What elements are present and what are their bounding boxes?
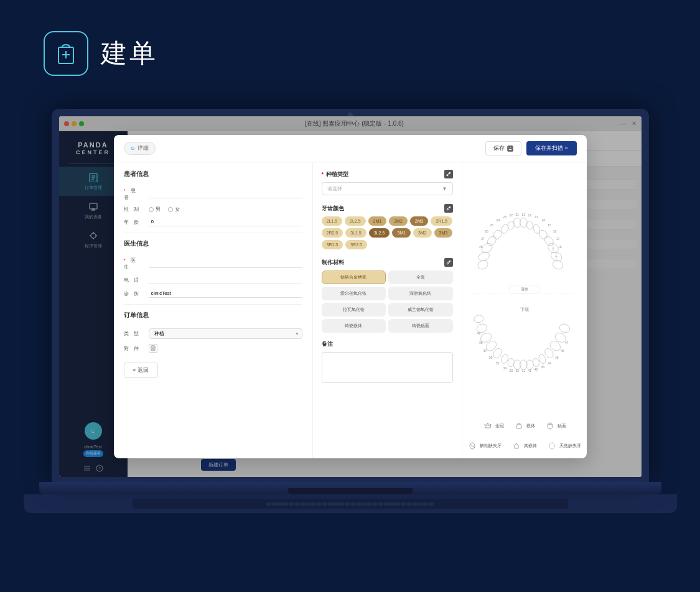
svg-text:44: 44 (548, 361, 551, 365)
color-chip-2M2[interactable]: 2M2 (389, 216, 408, 226)
svg-text:33: 33 (509, 369, 513, 372)
mini-key (278, 502, 282, 506)
clinic-input[interactable] (149, 289, 302, 298)
age-input[interactable] (149, 218, 302, 226)
color-chip-3R1.5[interactable]: 3R1.5 (322, 240, 343, 249)
doctor-name-row: 医 生 (124, 257, 302, 271)
gender-female-radio[interactable]: 女 (168, 206, 180, 213)
save-scan-button[interactable]: 保存并扫描 » (526, 141, 577, 155)
color-chip-3M2[interactable]: 3M2 (413, 228, 432, 238)
notes-label: 备注 (322, 340, 453, 348)
doctor-label: 医 生 (124, 257, 146, 271)
svg-point-90 (558, 323, 571, 334)
color-chip-2R2.5[interactable]: 2R2.5 (322, 228, 343, 238)
implant-type-dropdown[interactable]: 请选择 ▼ (322, 182, 453, 195)
implant-type-section: * 种植类型 (322, 170, 453, 195)
material-edit-icon[interactable] (444, 258, 453, 267)
lower-jaw-label: 下颌 (520, 307, 529, 312)
svg-point-42 (531, 223, 541, 234)
color-chip-3M3[interactable]: 3M3 (434, 228, 453, 238)
material-chip-grid: 钴铬合金烤瓷 全瓷 爱尔创氧化锆 深唐氧化锆 拉瓦氧化锆 威兰德氧化锆 铸瓷嵌体… (322, 271, 453, 333)
svg-point-44 (543, 234, 555, 247)
patient-name-row: 患 者 (124, 187, 302, 201)
full-crown-label: 全冠 (495, 423, 504, 429)
material-chip-cast-porcelain[interactable]: 铸瓷嵌体 (322, 319, 386, 333)
order-type-dropdown[interactable]: 种植 ▼ (149, 328, 302, 339)
mini-key (272, 502, 277, 506)
svg-text:14: 14 (541, 218, 545, 222)
color-edit-icon[interactable] (444, 204, 453, 213)
section-divider-1 (124, 233, 302, 233)
doctor-input[interactable] (149, 259, 302, 268)
laptop-base (39, 482, 661, 494)
svg-text:15: 15 (548, 223, 551, 227)
material-label: 制作材料 (322, 258, 453, 267)
material-section: 制作材料 (322, 258, 453, 333)
abutment-label: 真嵌体 (524, 443, 537, 449)
color-chip-3M1[interactable]: 3M1 (392, 228, 411, 238)
age-row: 年 龄 (124, 218, 302, 226)
tooth-legend: 全冠 嵌 (467, 419, 582, 453)
svg-text:36: 36 (488, 356, 492, 359)
color-chip-2M3[interactable]: 2M3 (410, 216, 429, 226)
female-radio-circle[interactable] (168, 207, 173, 212)
legend-natural-missing: 天然缺失牙 (547, 441, 581, 451)
male-label: 男 (156, 206, 161, 213)
save-button[interactable]: 保存 (485, 141, 521, 155)
mini-key (289, 502, 294, 506)
male-radio-circle[interactable] (149, 207, 154, 212)
color-chip-2L1.5[interactable]: 2L1.5 (322, 216, 343, 226)
modal-middle-panel: * 种植类型 (313, 162, 462, 458)
attachment-icon[interactable] (149, 344, 157, 353)
modal-body: 患者信息 患 者 性 别 (114, 162, 587, 458)
edit-icon[interactable] (444, 170, 453, 178)
order-type-label: 类 型 (124, 330, 146, 337)
svg-point-86 (548, 339, 562, 353)
implant-dropdown-arrow: ▼ (442, 186, 447, 192)
phone-label: 电 话 (124, 277, 146, 284)
inlay-label: 嵌体 (526, 423, 535, 429)
svg-text:16: 16 (553, 229, 556, 233)
return-button[interactable]: « 返回 (124, 363, 159, 378)
color-chip-2M1[interactable]: 2M1 (368, 216, 387, 226)
material-chip-deep-zirconia[interactable]: 深唐氧化锆 (388, 287, 453, 300)
notes-section: 备注 (322, 340, 453, 386)
notes-textarea[interactable] (322, 352, 453, 383)
color-chip-2R1.5[interactable]: 2R1.5 (431, 216, 452, 226)
mini-key (317, 502, 322, 506)
gender-row: 性 别 男 女 (124, 206, 302, 213)
svg-point-55 (476, 259, 489, 271)
material-chip-full-porcelain[interactable]: 全瓷 (388, 271, 453, 284)
female-label: 女 (175, 206, 180, 213)
material-chip-vita-zirconia[interactable]: 威兰德氧化锆 (388, 303, 453, 317)
svg-text:35: 35 (495, 361, 499, 365)
patient-name-input[interactable] (149, 190, 302, 198)
svg-text:47: 47 (564, 341, 568, 345)
gender-radio-group: 男 女 (149, 206, 180, 213)
mini-key (395, 502, 400, 506)
app-header: 建单 (44, 31, 158, 76)
color-chip-2L2.5[interactable]: 2L2.5 (345, 216, 366, 226)
modal-header: ⊙ 详细 保存 (114, 135, 587, 162)
svg-point-91 (473, 314, 484, 323)
modal-action-buttons: 保存 保存并扫描 » (485, 141, 577, 155)
material-chip-ivoclar[interactable]: 爱尔创氧化锆 (322, 287, 386, 300)
attachment-row: 附 件 (124, 344, 302, 353)
svg-text:21: 21 (515, 213, 519, 216)
gender-male-radio[interactable]: 男 (149, 206, 161, 213)
svg-rect-93 (516, 425, 521, 428)
material-chip-lavacam[interactable]: 拉瓦氧化锆 (322, 303, 386, 317)
color-chip-3L1.5[interactable]: 3L1.5 (345, 228, 366, 238)
mini-key (334, 502, 338, 506)
phone-input[interactable] (149, 275, 302, 284)
color-chip-3L2.5[interactable]: 3L2.5 (369, 228, 390, 238)
material-chip-zirconia-porcelain[interactable]: 钴铬合金烤瓷 (322, 271, 386, 284)
order-type-select[interactable]: 种植 ▼ (149, 328, 302, 339)
mini-key (311, 502, 316, 506)
veneer-label: 贴面 (558, 423, 566, 429)
mini-key (283, 502, 288, 506)
svg-point-43 (538, 229, 549, 241)
legend-full-crown: 全冠 (483, 421, 504, 431)
color-chip-3R2.5[interactable]: 3R2.5 (345, 240, 367, 249)
material-chip-porcelain-veneer[interactable]: 铸瓷贴面 (388, 319, 453, 333)
